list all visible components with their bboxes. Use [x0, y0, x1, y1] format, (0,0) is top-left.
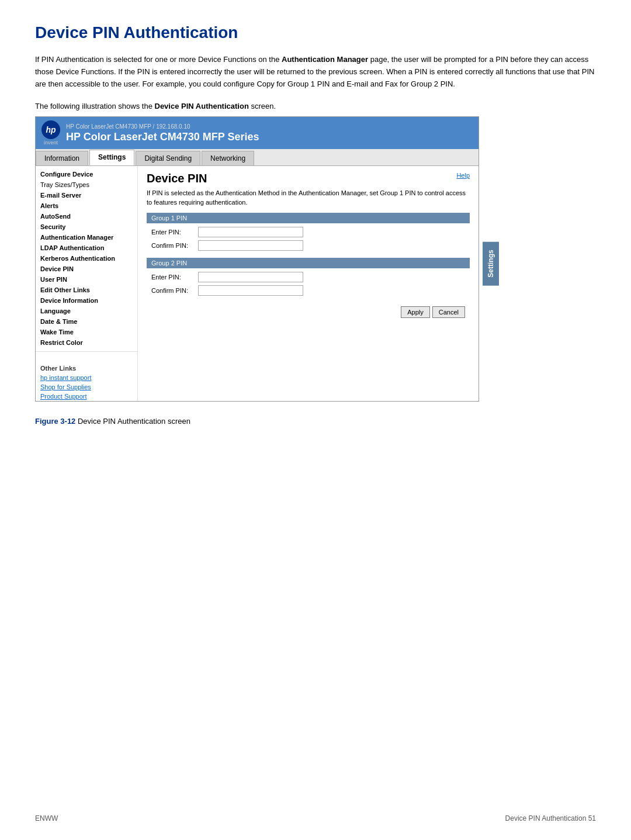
- group1-enter-label: Enter PIN:: [151, 229, 198, 236]
- group2-confirm-label: Confirm PIN:: [151, 287, 198, 294]
- group1-enter-row: Enter PIN:: [151, 227, 465, 237]
- sidebar-item-date-time[interactable]: Date & Time: [36, 316, 137, 327]
- group2-confirm-row: Confirm PIN:: [151, 285, 465, 296]
- group1-header: Group 1 PIN: [147, 213, 470, 223]
- sidebar-item-autosend[interactable]: AutoSend: [36, 211, 137, 222]
- sidebar-item-auth-manager[interactable]: Authentication Manager: [36, 232, 137, 243]
- sidebar-item-language[interactable]: Language: [36, 306, 137, 316]
- sidebar-divider: [36, 351, 137, 352]
- group2-confirm-input[interactable]: [198, 285, 303, 296]
- group2-enter-input[interactable]: [198, 272, 303, 282]
- group1-confirm-input[interactable]: [198, 240, 303, 251]
- sidebar-item-security[interactable]: Security: [36, 222, 137, 232]
- panel-description: If PIN is selected as the Authentication…: [147, 189, 470, 207]
- figure-label: Figure 3-12: [35, 417, 75, 426]
- browser-title-area: HP Color LaserJet CM4730 MFP / 192.168.0…: [66, 123, 473, 143]
- page-title: Device PIN Authentication: [35, 23, 596, 42]
- cancel-button[interactable]: Cancel: [432, 306, 465, 318]
- illustration-label: The following illustration shows the Dev…: [35, 102, 596, 110]
- sidebar-item-user-pin[interactable]: User PIN: [36, 274, 137, 285]
- tab-settings[interactable]: Settings: [89, 150, 134, 165]
- sidebar-item-wake-time[interactable]: Wake Time: [36, 327, 137, 337]
- footer-left: ENWW: [35, 814, 58, 822]
- sidebar-link-shop-supplies[interactable]: Shop for Supplies: [36, 382, 137, 392]
- figure-caption-text: Device PIN Authentication screen: [78, 417, 190, 426]
- group1-enter-input[interactable]: [198, 227, 303, 237]
- tab-information[interactable]: Information: [36, 151, 88, 165]
- sidebar-item-tray-sizes[interactable]: Tray Sizes/Types: [36, 179, 137, 190]
- browser-url: HP Color LaserJet CM4730 MFP / 192.168.0…: [66, 123, 473, 130]
- sidebar-link-product-support[interactable]: Product Support: [36, 392, 137, 401]
- intro-paragraph: If PIN Authentication is selected for on…: [35, 54, 596, 90]
- group2-enter-label: Enter PIN:: [151, 274, 198, 281]
- page-footer: ENWW Device PIN Authentication 51: [0, 814, 631, 822]
- apply-button[interactable]: Apply: [401, 306, 430, 318]
- hp-logo: hp invent: [41, 120, 60, 146]
- figure-caption: Figure 3-12 Device PIN Authentication sc…: [35, 417, 596, 426]
- browser-header: hp invent HP Color LaserJet CM4730 MFP /…: [36, 117, 479, 149]
- panel-title: Device PIN: [147, 172, 470, 185]
- content-wrapper: Configure Device Tray Sizes/Types E-mail…: [36, 166, 479, 401]
- group1-confirm-row: Confirm PIN:: [151, 240, 465, 251]
- sidebar-link-hp-instant-support[interactable]: hp instant support: [36, 373, 137, 382]
- sidebar-item-ldap-auth[interactable]: LDAP Authentication: [36, 243, 137, 253]
- sidebar-item-configure-device[interactable]: Configure Device: [36, 169, 137, 179]
- group1-confirm-label: Confirm PIN:: [151, 242, 198, 249]
- group2-form: Enter PIN: Confirm PIN:: [147, 272, 470, 296]
- group2-header: Group 2 PIN: [147, 258, 470, 268]
- group1-form: Enter PIN: Confirm PIN:: [147, 227, 470, 251]
- tab-networking[interactable]: Networking: [202, 151, 254, 165]
- sidebar-item-device-info[interactable]: Device Information: [36, 295, 137, 306]
- sidebar-item-device-pin[interactable]: Device PIN: [36, 264, 137, 274]
- sidebar-item-alerts[interactable]: Alerts: [36, 201, 137, 211]
- main-panel: Help Device PIN If PIN is selected as th…: [138, 166, 479, 401]
- sidebar-item-email-server[interactable]: E-mail Server: [36, 190, 137, 201]
- settings-vertical-tab[interactable]: Settings: [483, 242, 499, 286]
- browser-frame: hp invent HP Color LaserJet CM4730 MFP /…: [35, 116, 479, 402]
- nav-tabs: Information Settings Digital Sending Net…: [36, 149, 479, 166]
- sidebar: Configure Device Tray Sizes/Types E-mail…: [36, 166, 138, 401]
- footer-right: Device PIN Authentication 51: [505, 814, 596, 822]
- browser-device-title: HP Color LaserJet CM4730 MFP Series: [66, 131, 473, 143]
- sidebar-item-kerberos-auth[interactable]: Kerberos Authentication: [36, 253, 137, 264]
- group2-enter-row: Enter PIN:: [151, 272, 465, 282]
- tab-digital-sending[interactable]: Digital Sending: [136, 151, 200, 165]
- button-row: Apply Cancel: [147, 303, 470, 322]
- other-links-label: Other Links: [36, 361, 137, 373]
- sidebar-item-edit-other-links[interactable]: Edit Other Links: [36, 285, 137, 295]
- help-link[interactable]: Help: [456, 172, 470, 179]
- sidebar-item-restrict-color[interactable]: Restrict Color: [36, 337, 137, 348]
